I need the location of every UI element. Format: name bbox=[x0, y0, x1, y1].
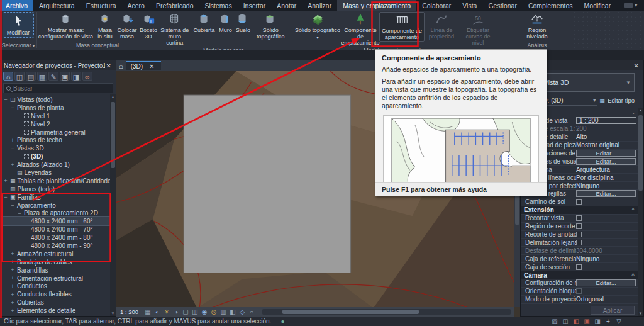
scroll-up-icon[interactable]: ▲ bbox=[638, 108, 643, 112]
sun-settings-icon[interactable]: ☀ bbox=[163, 308, 170, 316]
property-row-caja-de-referencia[interactable]: Caja de referenciaNinguno bbox=[521, 255, 638, 263]
checkbox[interactable] bbox=[576, 288, 582, 294]
tree-expander[interactable]: + bbox=[10, 259, 15, 265]
tree-item-elementos-de-detalle[interactable]: +Elementos de detalle bbox=[1, 306, 110, 315]
groups-icon[interactable]: ◨ bbox=[71, 72, 81, 81]
tree-expander[interactable]: + bbox=[10, 300, 15, 306]
property-row-configuraci-n-de-ren[interactable]: Configuración de ren...Editar... bbox=[521, 279, 638, 288]
tree-item-planimetr-a-general[interactable]: Planimetría general bbox=[1, 128, 110, 137]
tree-item-3d[interactable]: (3D) bbox=[1, 152, 110, 160]
tree-item-planos-todo[interactable]: ▥Planos (todo) bbox=[1, 185, 110, 193]
parking-component-button[interactable]: Componente de aparcamiento bbox=[379, 12, 425, 42]
menu-tab-gestionar[interactable]: Gestionar bbox=[482, 0, 523, 11]
property-row-regi-n-de-recorte-visi[interactable]: Región de recorte visi... bbox=[521, 223, 638, 231]
tree-item-barandillas[interactable]: +Barandillas bbox=[1, 266, 110, 274]
tree-item-planos-de-planta[interactable]: −Planos de planta bbox=[1, 104, 110, 112]
menu-tab-vista[interactable]: Vista bbox=[457, 0, 482, 11]
worksets-icon[interactable]: ▧ bbox=[551, 318, 558, 325]
menu-tab-anotar[interactable]: Anotar bbox=[271, 0, 302, 11]
menu-tab-arquitectura[interactable]: Arquitectura bbox=[33, 0, 80, 11]
crop-view-icon[interactable]: ▢ bbox=[182, 308, 189, 316]
tree-item-leyendas[interactable]: ▤Leyendas bbox=[1, 169, 110, 177]
scroll-down-icon[interactable]: ▼ bbox=[110, 312, 116, 315]
displacement-icon[interactable]: ◇ bbox=[238, 308, 246, 316]
tree-expander[interactable]: + bbox=[10, 137, 15, 143]
temporary-hide-isolate-icon[interactable]: ◉ bbox=[201, 308, 208, 316]
wall-by-face-button[interactable]: Muro bbox=[217, 12, 233, 34]
graded-region-button[interactable]: Región nivelada bbox=[517, 12, 557, 40]
detail-level-icon[interactable]: ▦ bbox=[144, 308, 152, 316]
site-component-button[interactable]: Componente de emplazamiento bbox=[342, 12, 379, 47]
edit-button[interactable]: Editar... bbox=[576, 150, 636, 157]
section-pin-icon[interactable]: ^ bbox=[631, 207, 635, 213]
menu-tab-prefabricado[interactable]: Prefabricado bbox=[150, 0, 199, 11]
property-row-recorte-de-anotaci-n[interactable]: Recorte de anotación bbox=[521, 231, 638, 239]
in-place-mass-button[interactable]: Masa in situ bbox=[95, 12, 115, 40]
home-icon[interactable]: ⌂ bbox=[3, 72, 13, 81]
tree-item-alzados-alzado-1[interactable]: +Alzados (Alzado 1) bbox=[1, 160, 110, 169]
tree-expander[interactable]: + bbox=[10, 250, 15, 257]
tree-item-4800-x-2400-mm-60[interactable]: 4800 x 2400 mm - 60° bbox=[1, 217, 110, 225]
modify-button[interactable]: Modificar bbox=[3, 12, 35, 38]
crop-region-visible-icon[interactable]: ◫ bbox=[191, 308, 199, 316]
tree-expander[interactable]: − bbox=[3, 96, 8, 103]
section-pin-icon[interactable]: ^ bbox=[631, 273, 635, 278]
menu-tab-masa-y-emplazamiento[interactable]: Masa y emplazamiento bbox=[337, 0, 416, 11]
tree-item-bandejas-de-cables[interactable]: +Bandejas de cables bbox=[1, 258, 110, 266]
search-box[interactable] bbox=[3, 83, 113, 93]
sketch-3d-button[interactable]: F Boceto 3D bbox=[139, 12, 158, 40]
browser-scrollbar[interactable]: ▲ ▼ bbox=[110, 94, 116, 316]
schedules-icon[interactable]: ▦ bbox=[37, 72, 47, 81]
revit-links-icon[interactable]: ∞ bbox=[82, 72, 92, 81]
curtain-system-button[interactable]: Sistema de muro cortina bbox=[158, 12, 191, 47]
families-icon[interactable]: ▣ bbox=[60, 72, 70, 81]
sheets-icon[interactable]: ▤ bbox=[26, 72, 36, 81]
menu-tab-analizar[interactable]: Analizar bbox=[302, 0, 337, 11]
menu-tab-colaborar[interactable]: Colaborar bbox=[416, 0, 457, 11]
search-input[interactable] bbox=[13, 85, 110, 92]
close-tab-icon[interactable]: ✕ bbox=[148, 63, 155, 70]
views-icon[interactable]: ◫ bbox=[14, 72, 25, 81]
close-icon[interactable]: ✕ bbox=[633, 62, 640, 69]
tree-item-cubiertas[interactable]: +Cubiertas bbox=[1, 298, 110, 306]
background-processes-icon[interactable]: ● bbox=[279, 318, 286, 325]
menu-tab-archivo[interactable]: Archivo bbox=[0, 0, 33, 11]
tree-item-cimentaci-n-estructural[interactable]: +Cimentación estructural bbox=[1, 274, 110, 283]
apply-button[interactable]: Aplicar bbox=[591, 306, 635, 315]
tree-expander[interactable]: + bbox=[10, 162, 15, 168]
tree-expander[interactable]: + bbox=[10, 283, 15, 289]
tree-expander[interactable]: − bbox=[10, 202, 15, 208]
checkbox[interactable] bbox=[576, 223, 582, 229]
temporary-view-properties-icon[interactable]: ◧ bbox=[229, 308, 236, 316]
tree-expander[interactable]: − bbox=[10, 145, 15, 152]
scroll-up-icon[interactable]: ▲ bbox=[110, 95, 116, 99]
edit-button[interactable]: Editar... bbox=[576, 190, 636, 197]
section-header-c-mara[interactable]: Cámara^ bbox=[521, 271, 638, 279]
checkbox[interactable] bbox=[576, 240, 582, 245]
tree-item-vistas-3d[interactable]: −Vistas 3D bbox=[1, 144, 110, 152]
edit-button[interactable]: Editar... bbox=[576, 158, 636, 165]
reveal-hidden-elements-icon[interactable]: ◎ bbox=[210, 308, 218, 316]
property-row-camino-de-sol[interactable]: Camino de sol bbox=[521, 198, 638, 206]
select-by-face-icon[interactable]: ◨ bbox=[594, 318, 601, 325]
scale-control[interactable]: 1 : 200 bbox=[120, 308, 138, 315]
property-row-delimitaci-n-lejana-a[interactable]: Delimitación lejana a... bbox=[521, 239, 638, 247]
floor-by-face-button[interactable]: Suelo bbox=[234, 12, 252, 34]
project-browser-header[interactable]: Navegador de proyectos - Proyecto1 ✕ bbox=[1, 60, 116, 70]
home-icon[interactable]: ⌂ bbox=[119, 62, 123, 70]
view-tab-3d[interactable]: (3D) ✕ bbox=[126, 61, 161, 70]
tree-item-nivel-2[interactable]: Nivel 2 bbox=[1, 120, 110, 128]
tree-item-tablas-de-planificaci-n-cantidades-todo[interactable]: +▦Tablas de planificación/Cantidades (to… bbox=[1, 177, 110, 185]
place-mass-button[interactable]: Colocar masa bbox=[116, 12, 138, 40]
menu-tab-modificar[interactable]: Modificar bbox=[579, 0, 617, 11]
property-row-modo-de-proyecci-n[interactable]: Modo de proyecciónOrtogonal bbox=[521, 296, 638, 304]
section-header-extensi-n[interactable]: Extensión^ bbox=[521, 206, 638, 215]
tree-expander[interactable]: + bbox=[3, 177, 8, 184]
property-row-recortar-vista[interactable]: Recortar vista bbox=[521, 215, 638, 223]
group-label-seleccionar[interactable]: Seleccionar bbox=[0, 42, 36, 50]
property-row-caja-de-secci-n[interactable]: Caja de sección bbox=[521, 263, 638, 271]
toposolid-button[interactable]: Sólido topográfico bbox=[294, 12, 341, 42]
tree-item-plaza-de-aparcamiento-2d[interactable]: −Plaza de aparcamiento 2D bbox=[1, 209, 110, 217]
worksharing-display-icon[interactable]: ▥ bbox=[219, 308, 227, 316]
menu-tab-insertar[interactable]: Insertar bbox=[238, 0, 272, 11]
